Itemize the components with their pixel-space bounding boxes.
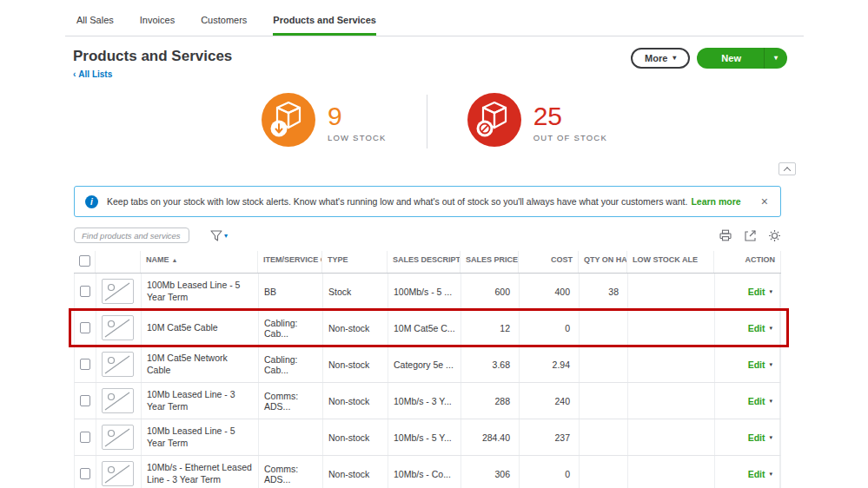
item-sales-price: 600 <box>461 274 520 309</box>
item-name[interactable]: 10M Cat5e Network Cable <box>142 346 259 382</box>
column-type[interactable]: TYPE <box>322 251 388 273</box>
edit-link[interactable]: Edit <box>748 396 765 406</box>
item-low-stock-alert <box>628 456 715 488</box>
edit-dropdown-icon[interactable]: ▾ <box>769 288 772 295</box>
row-checkbox[interactable] <box>80 359 90 370</box>
item-name[interactable]: 10M Cat5e Cable <box>142 310 259 346</box>
collapse-panel-button[interactable] <box>779 162 796 175</box>
column-category[interactable]: ITEM/SERVICE C <box>258 251 322 273</box>
chevron-down-icon: ▾ <box>673 55 676 62</box>
photo-placeholder-icon <box>102 425 134 450</box>
new-label: New <box>697 48 764 69</box>
all-lists-label: All Lists <box>78 69 112 79</box>
photo-placeholder-icon <box>102 352 134 377</box>
edit-dropdown-icon[interactable]: ▾ <box>769 325 772 332</box>
tab-customers[interactable]: Customers <box>201 15 247 36</box>
item-type: Non-stock <box>323 419 388 455</box>
item-category: Cabling: Cab... <box>259 310 323 346</box>
item-type: Non-stock <box>323 346 388 382</box>
item-name[interactable]: 10Mb Leased Line - 5 Year Term <box>142 419 259 455</box>
sort-asc-icon: ▲ <box>172 257 178 263</box>
table-row: 10Mb Leased Line - 3 Year Term Comms: AD… <box>74 383 781 419</box>
tab-all-sales[interactable]: All Sales <box>76 15 114 36</box>
funnel-icon <box>210 230 222 241</box>
more-button[interactable]: More ▾ <box>631 48 690 69</box>
low-stock-box-icon <box>262 93 315 150</box>
row-action-cell: Edit ▾ <box>715 274 780 309</box>
item-name[interactable]: 10Mb Leased Line - 3 Year Term <box>142 383 259 419</box>
edit-dropdown-icon[interactable]: ▾ <box>769 398 772 405</box>
row-checkbox-cell <box>75 274 96 309</box>
filter-caret-icon: ▾ <box>224 232 228 240</box>
edit-link[interactable]: Edit <box>748 469 765 479</box>
row-checkbox[interactable] <box>80 395 90 406</box>
column-qty-on-hand[interactable]: QTY ON HAND <box>579 251 627 273</box>
print-icon[interactable] <box>719 229 732 241</box>
item-sales-price: 288 <box>461 383 520 419</box>
out-of-stock-label: OUT OF STOCK <box>533 133 607 142</box>
low-stock-stat[interactable]: 9 LOW STOCK <box>262 93 387 150</box>
title-block: Products and Services ‹ All Lists <box>73 48 232 81</box>
item-low-stock-alert <box>628 310 715 346</box>
row-photo-cell <box>96 274 142 309</box>
new-dropdown-button[interactable]: ▾ <box>764 48 787 69</box>
item-category: Comms: ADS... <box>259 456 323 488</box>
item-qty-on-hand <box>580 419 628 455</box>
edit-dropdown-icon[interactable]: ▾ <box>769 361 772 368</box>
edit-link[interactable]: Edit <box>748 432 765 443</box>
filter-control[interactable]: ▾ <box>210 230 228 241</box>
gear-icon[interactable] <box>768 229 781 242</box>
column-low-stock-alert[interactable]: LOW STOCK ALE <box>627 251 714 273</box>
column-description[interactable]: SALES DESCRIPT <box>388 251 461 273</box>
all-lists-link[interactable]: ‹ All Lists <box>73 69 112 79</box>
search-input[interactable] <box>74 228 189 243</box>
out-of-stock-count: 25 <box>533 102 607 131</box>
select-all-checkbox[interactable] <box>79 255 90 267</box>
edit-dropdown-icon[interactable]: ▾ <box>769 434 772 441</box>
table-toolbar: ▾ <box>74 228 781 243</box>
close-icon[interactable]: × <box>759 195 770 208</box>
tab-products-and-services[interactable]: Products and Services <box>273 15 376 36</box>
learn-more-link[interactable]: Learn more <box>691 196 740 207</box>
row-checkbox[interactable] <box>80 468 90 479</box>
row-photo-cell <box>96 456 142 488</box>
item-description: 100Mb/s - 5 ... <box>388 274 461 309</box>
info-icon: i <box>85 195 98 208</box>
item-qty-on-hand: 38 <box>580 274 628 309</box>
new-button[interactable]: New ▾ <box>697 48 787 69</box>
item-sales-price: 306 <box>461 456 520 488</box>
banner-text: Keep tabs on your stock with low stock a… <box>107 196 741 207</box>
tab-invoices[interactable]: Invoices <box>140 15 175 36</box>
row-checkbox-cell <box>75 310 96 346</box>
column-name[interactable]: NAME▲ <box>141 251 258 273</box>
out-of-stock-stat[interactable]: 25 OUT OF STOCK <box>467 93 607 150</box>
edit-link[interactable]: Edit <box>748 323 765 333</box>
edit-dropdown-icon[interactable]: ▾ <box>769 471 772 478</box>
edit-link[interactable]: Edit <box>748 287 765 297</box>
item-cost: 0 <box>520 310 580 346</box>
item-description: 10Mb/s - 3 Y... <box>388 383 461 419</box>
column-sales-price[interactable]: SALES PRICE <box>461 251 519 273</box>
row-checkbox[interactable] <box>80 286 90 297</box>
item-type: Non-stock <box>323 383 388 419</box>
table-row: 10Mb Leased Line - 5 Year Term Non-stock… <box>74 419 781 456</box>
item-category: Comms: ADS... <box>259 383 323 419</box>
export-icon[interactable] <box>744 229 757 241</box>
item-name[interactable]: 10Mb/s - Ethernet Leased Line - 3 Year T… <box>142 456 259 488</box>
item-name[interactable]: 100Mb Leased Line - 5 Year Term <box>142 274 259 309</box>
stock-stats: 9 LOW STOCK 25 <box>65 81 804 161</box>
header-buttons: More ▾ New ▾ <box>631 48 787 69</box>
banner-message: Keep tabs on your stock with low stock a… <box>107 196 687 207</box>
item-sales-price: 3.68 <box>461 346 520 382</box>
item-type: Stock <box>323 274 388 309</box>
column-cost[interactable]: COST <box>519 251 579 273</box>
row-action-cell: Edit ▾ <box>715 419 780 455</box>
row-action-cell: Edit ▾ <box>715 383 780 419</box>
row-checkbox[interactable] <box>80 432 90 443</box>
row-photo-cell <box>96 310 142 346</box>
edit-link[interactable]: Edit <box>748 359 765 370</box>
out-of-stock-text: 25 OUT OF STOCK <box>533 102 607 142</box>
products-services-page: All Sales Invoices Customers Products an… <box>65 0 804 488</box>
row-checkbox[interactable] <box>80 322 90 333</box>
table-row: 100Mb Leased Line - 5 Year Term BB Stock… <box>74 274 781 310</box>
